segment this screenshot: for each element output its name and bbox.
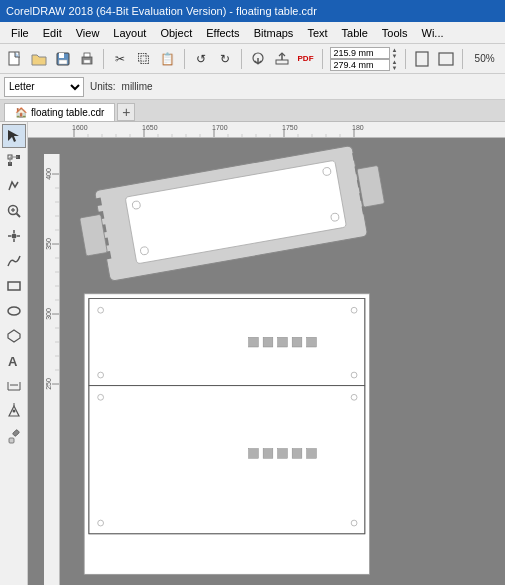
ruler-left: 400 350 300 250 bbox=[44, 154, 60, 585]
svg-rect-35 bbox=[12, 429, 19, 436]
print-button[interactable] bbox=[76, 47, 98, 71]
svg-rect-103 bbox=[89, 299, 365, 386]
portrait-button[interactable] bbox=[411, 47, 433, 71]
select-tool[interactable] bbox=[2, 124, 26, 148]
svg-text:180: 180 bbox=[352, 124, 364, 131]
height-spinner[interactable]: ▲▼ bbox=[391, 59, 397, 71]
new-button[interactable] bbox=[4, 47, 26, 71]
menu-tools[interactable]: Tools bbox=[375, 25, 415, 41]
svg-text:1700: 1700 bbox=[212, 124, 228, 131]
width-spinner[interactable]: ▲▼ bbox=[391, 47, 397, 59]
toolbar: ✂ ⿻ 📋 ↺ ↻ PDF ▲▼ ▲▼ bbox=[0, 44, 505, 74]
zoom-control[interactable]: 50% bbox=[468, 47, 501, 71]
dimension-tool[interactable] bbox=[2, 374, 26, 398]
tab-label: floating table.cdr bbox=[31, 107, 104, 118]
fill-tool[interactable] bbox=[2, 399, 26, 423]
straighten-tool[interactable] bbox=[2, 174, 26, 198]
svg-text:1750: 1750 bbox=[282, 124, 298, 131]
svg-marker-26 bbox=[8, 330, 20, 342]
svg-text:A: A bbox=[8, 354, 18, 369]
svg-point-25 bbox=[8, 307, 20, 315]
svg-line-20 bbox=[16, 214, 20, 218]
units-value: millime bbox=[122, 81, 153, 92]
svg-rect-5 bbox=[84, 53, 90, 57]
node-edit-tool[interactable] bbox=[2, 149, 26, 173]
separator-4 bbox=[322, 49, 323, 69]
new-tab-button[interactable]: + bbox=[117, 103, 135, 121]
menu-view[interactable]: View bbox=[69, 25, 107, 41]
menu-wi[interactable]: Wi... bbox=[415, 25, 451, 41]
paper-size-select[interactable]: Letter A4 A3 bbox=[4, 77, 84, 97]
svg-text:300: 300 bbox=[45, 308, 52, 320]
undo-button[interactable]: ↺ bbox=[190, 47, 212, 71]
pan-tool[interactable] bbox=[2, 224, 26, 248]
svg-rect-106 bbox=[278, 337, 288, 347]
polygon-tool[interactable] bbox=[2, 324, 26, 348]
text-tool[interactable]: A bbox=[2, 349, 26, 373]
menu-object[interactable]: Object bbox=[153, 25, 199, 41]
save-button[interactable] bbox=[52, 47, 74, 71]
export-button[interactable] bbox=[271, 47, 293, 71]
canvas-viewport[interactable]: 400 350 300 250 bbox=[44, 138, 505, 585]
svg-rect-116 bbox=[263, 449, 273, 459]
svg-rect-0 bbox=[9, 52, 19, 65]
tab-floating-table[interactable]: 🏠 floating table.cdr bbox=[4, 103, 115, 121]
title-bar: CorelDRAW 2018 (64-Bit Evaluation Versio… bbox=[0, 0, 505, 22]
svg-rect-119 bbox=[307, 449, 317, 459]
svg-rect-115 bbox=[249, 449, 259, 459]
svg-marker-13 bbox=[8, 130, 19, 142]
separator-1 bbox=[103, 49, 104, 69]
height-input[interactable] bbox=[330, 59, 390, 71]
width-input[interactable] bbox=[330, 47, 390, 59]
svg-text:1600: 1600 bbox=[72, 124, 88, 131]
menu-table[interactable]: Table bbox=[335, 25, 375, 41]
tab-icon: 🏠 bbox=[15, 107, 27, 118]
main-area: A 1600 1650 1700 1750 bbox=[0, 122, 505, 585]
open-button[interactable] bbox=[28, 47, 50, 71]
menu-effects[interactable]: Effects bbox=[199, 25, 246, 41]
copy-button[interactable]: ⿻ bbox=[133, 47, 155, 71]
svg-rect-107 bbox=[292, 337, 302, 347]
eyedropper-tool[interactable] bbox=[2, 424, 26, 448]
units-label: Units: bbox=[90, 81, 116, 92]
menu-bar: File Edit View Layout Object Effects Bit… bbox=[0, 22, 505, 44]
svg-rect-34 bbox=[9, 438, 14, 443]
svg-rect-90 bbox=[352, 152, 361, 161]
menu-layout[interactable]: Layout bbox=[106, 25, 153, 41]
separator-2 bbox=[184, 49, 185, 69]
svg-rect-117 bbox=[278, 449, 288, 459]
menu-bitmaps[interactable]: Bitmaps bbox=[247, 25, 301, 41]
tab-bar: 🏠 floating table.cdr + bbox=[0, 100, 505, 122]
props-bar: Letter A4 A3 Units: millime bbox=[0, 74, 505, 100]
rectangle-tool[interactable] bbox=[2, 274, 26, 298]
svg-rect-85 bbox=[93, 198, 102, 207]
freehand-tool[interactable] bbox=[2, 249, 26, 273]
menu-edit[interactable]: Edit bbox=[36, 25, 69, 41]
menu-file[interactable]: File bbox=[4, 25, 36, 41]
menu-text[interactable]: Text bbox=[300, 25, 334, 41]
separator-5 bbox=[405, 49, 406, 69]
drawing-canvas[interactable] bbox=[60, 138, 505, 585]
ruler-top: 1600 1650 1700 1750 180 bbox=[28, 122, 505, 138]
zoom-tool[interactable] bbox=[2, 199, 26, 223]
landscape-button[interactable] bbox=[435, 47, 457, 71]
redo-button[interactable]: ↻ bbox=[214, 47, 236, 71]
svg-rect-24 bbox=[8, 282, 20, 290]
svg-rect-108 bbox=[307, 337, 317, 347]
cut-button[interactable]: ✂ bbox=[109, 47, 131, 71]
width-input-group: ▲▼ ▲▼ bbox=[330, 47, 397, 71]
svg-rect-104 bbox=[249, 337, 259, 347]
svg-point-23 bbox=[11, 234, 16, 239]
pdf-button[interactable]: PDF bbox=[295, 47, 317, 71]
canvas-area[interactable]: 1600 1650 1700 1750 180 bbox=[28, 122, 505, 585]
paste-button[interactable]: 📋 bbox=[157, 47, 179, 71]
ellipse-tool[interactable] bbox=[2, 299, 26, 323]
svg-rect-6 bbox=[84, 60, 90, 63]
svg-text:250: 250 bbox=[45, 378, 52, 390]
svg-rect-114 bbox=[89, 386, 365, 534]
svg-rect-2 bbox=[59, 53, 64, 58]
separator-3 bbox=[241, 49, 242, 69]
import-button[interactable] bbox=[247, 47, 269, 71]
title-text: CorelDRAW 2018 (64-Bit Evaluation Versio… bbox=[6, 5, 317, 17]
separator-6 bbox=[462, 49, 463, 69]
